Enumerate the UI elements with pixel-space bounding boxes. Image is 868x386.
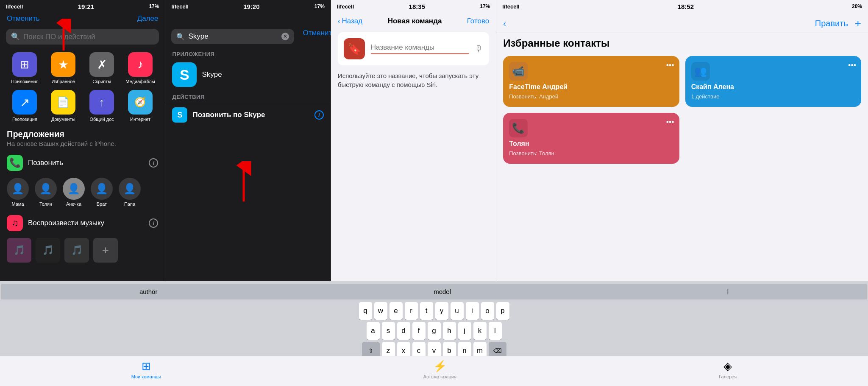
mic-icon[interactable]: 🎙	[475, 44, 483, 54]
music-thumb-1[interactable]: 🎵	[7, 238, 31, 263]
edit-button-4[interactable]: Править	[815, 19, 848, 28]
cancel-button-2[interactable]: Отменить	[300, 13, 330, 37]
back-label-3: Назад	[342, 17, 363, 25]
card-more-facetime[interactable]: •••	[666, 61, 674, 70]
kb3-key-u[interactable]: u	[451, 302, 464, 320]
icon-docs-box: 📄	[51, 90, 75, 115]
card-skype-alena[interactable]: ••• 👥 Скайп Алена 1 действие	[685, 56, 861, 107]
shortcut-icon[interactable]: 🔖	[344, 38, 365, 59]
carrier-3: lifecell	[337, 3, 354, 10]
icon-favorites-box: ★	[51, 52, 75, 77]
kb3-key-q[interactable]: q	[359, 302, 372, 320]
card-more-tolyan[interactable]: •••	[666, 118, 674, 127]
kb3-key-g[interactable]: g	[428, 322, 441, 340]
music-thumb-add[interactable]: +	[93, 238, 118, 263]
p4-header: ‹ Править +	[496, 13, 868, 33]
search-bar-2[interactable]: 🔍 ✕	[171, 29, 294, 44]
search-input-1[interactable]	[23, 33, 154, 41]
kb3-key-l[interactable]: l	[489, 322, 496, 340]
gallery-icon: ◈	[723, 360, 732, 373]
panel-3: lifecell 18:35 17% ‹ Назад Новая команда…	[331, 0, 496, 386]
card-more-skype[interactable]: •••	[848, 61, 856, 70]
avatar-tolyan: 👤	[35, 178, 57, 200]
kb3-key-w[interactable]: w	[374, 302, 387, 320]
kb3-key-j[interactable]: j	[458, 322, 471, 340]
status-bar-3: lifecell 18:35 17%	[331, 0, 496, 13]
music-suggestion[interactable]: ♫ Воспроизвести музыку i	[0, 211, 165, 235]
kb3-key-i[interactable]: i	[466, 302, 479, 320]
icon-media[interactable]: ♪ Медиафайлы	[124, 52, 157, 84]
music-info-btn[interactable]: i	[149, 218, 158, 228]
kb3-key-s[interactable]: s	[382, 322, 395, 340]
kb3-key-k[interactable]: k	[473, 322, 487, 340]
tolyan-card-sub: Позвонить: Толян	[509, 150, 673, 157]
music-note-icon: ♫	[11, 218, 19, 229]
call-info-btn[interactable]: i	[149, 158, 158, 168]
next-button-1[interactable]: Далее	[137, 14, 159, 25]
carrier-2: lifecell	[171, 3, 188, 10]
kb3-key-r[interactable]: r	[405, 302, 418, 320]
icon-docs[interactable]: 📄 Документы	[47, 90, 80, 122]
cancel-button-1[interactable]: Отменить	[7, 14, 40, 25]
kb3-key-a[interactable]: a	[367, 322, 380, 340]
status-icons-4: 20%	[852, 3, 862, 9]
icon-scripts[interactable]: ✗ Скрипты	[86, 52, 118, 84]
name-underline	[371, 53, 469, 54]
skype-card-sub: 1 действие	[691, 93, 855, 100]
icon-scripts-label: Скрипты	[92, 79, 111, 84]
kb3-key-h[interactable]: h	[443, 322, 456, 340]
back-button-4[interactable]: ‹	[503, 19, 506, 28]
music-icon: ♫	[7, 215, 23, 231]
icon-share-box: ↑	[89, 90, 114, 115]
contact-tolyan[interactable]: 👤 Толян	[35, 178, 57, 207]
contact-brat[interactable]: 👤 Брат	[91, 178, 113, 207]
bottom-tab-bar: ⊞ Мои команды ⚡ Автоматизация ◈ Галерея	[496, 356, 868, 386]
kb3-key-y[interactable]: y	[435, 302, 448, 320]
kb3-key-e[interactable]: e	[389, 302, 403, 320]
icon-geo[interactable]: ↗ Геопозиция	[8, 90, 41, 122]
tab-gallery[interactable]: ◈ Галерея	[719, 360, 737, 379]
kb3-suggest-model[interactable]: model	[428, 286, 457, 297]
skype-call-action[interactable]: S Позвонить по Skype i	[165, 102, 330, 128]
contacts-row: 👤 Мама 👤 Толян 👤 Анечка 👤 Брат 👤 Папа	[0, 175, 165, 211]
battery-4: 20%	[852, 3, 862, 9]
call-suggestion[interactable]: 📞 Позвонить i	[0, 151, 165, 175]
time-4: 18:52	[678, 3, 694, 10]
contact-anechka[interactable]: 👤 Анечка	[63, 178, 85, 207]
plus-button-4[interactable]: +	[855, 17, 861, 30]
icon-web-label: Интернет	[130, 117, 150, 122]
icon-favorites[interactable]: ★ Избранное	[47, 52, 80, 84]
icon-web[interactable]: 🧭 Интернет	[124, 90, 157, 122]
contacts-icon: 👥	[694, 65, 707, 77]
page-title-3: Новая команда	[388, 17, 442, 25]
search-input-2[interactable]	[188, 32, 278, 41]
music-thumb-3[interactable]: 🎵	[64, 238, 89, 263]
kb3-key-o[interactable]: o	[481, 302, 494, 320]
action-info-btn[interactable]: i	[314, 110, 324, 120]
name-brat: Брат	[97, 201, 107, 207]
kb3-key-f[interactable]: f	[412, 322, 426, 340]
back-button-3[interactable]: ‹ Назад	[338, 17, 362, 25]
icon-apps[interactable]: ⊞ Приложения	[8, 52, 41, 84]
search-bar-1[interactable]: 🔍	[6, 29, 159, 45]
suggestions-sub: На основе Ваших действий с iPhone.	[0, 140, 165, 151]
contact-papa[interactable]: 👤 Папа	[119, 178, 141, 207]
card-tolyan[interactable]: ••• 📞 Толян Позвонить: Толян	[503, 113, 679, 164]
name-papa: Папа	[124, 201, 135, 207]
time-2: 19:20	[243, 3, 259, 10]
done-button-3[interactable]: Готово	[467, 17, 490, 25]
kb3-key-t[interactable]: t	[420, 302, 433, 320]
shortcut-name-input[interactable]	[371, 43, 469, 52]
carrier-4: lifecell	[502, 3, 519, 10]
contact-mama[interactable]: 👤 Мама	[7, 178, 29, 207]
kb3-key-d[interactable]: d	[397, 322, 410, 340]
skype-app-result[interactable]: S Skype	[165, 59, 330, 90]
name-mama: Мама	[11, 201, 24, 207]
icon-share[interactable]: ↑ Общий дос	[86, 90, 118, 122]
shortcut-name-field	[371, 43, 469, 54]
clear-button-2[interactable]: ✕	[281, 33, 289, 40]
music-thumb-2[interactable]: 🎵	[36, 238, 60, 263]
actions-section-label: Действия	[165, 90, 330, 102]
card-facetime-andrey[interactable]: ••• 📹 FaceTime Андрей Позвонить: Андрей	[503, 56, 679, 107]
suggestions-title: Предложения	[0, 126, 165, 140]
